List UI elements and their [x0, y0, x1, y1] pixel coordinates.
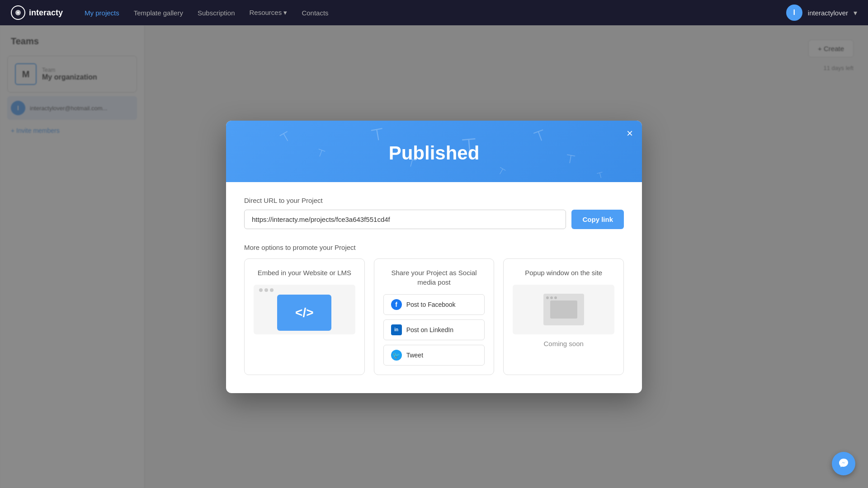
- linkedin-label: Post on LinkedIn: [406, 326, 453, 333]
- popup-inner-box: [550, 300, 577, 319]
- tweet-label: Tweet: [406, 352, 423, 359]
- post-linkedin-button[interactable]: in Post on LinkedIn: [383, 319, 485, 340]
- copy-link-button[interactable]: Copy link: [571, 210, 624, 229]
- code-symbol-box: </>: [277, 295, 331, 331]
- svg-point-2: [17, 12, 19, 14]
- modal-overlay: ⊤ ⊤ ⊤ ⊤ ⊤ ⊤ ⊤ ⊤ ⊤ × Published Direct URL…: [0, 25, 868, 488]
- coming-soon-label: Coming soon: [543, 340, 583, 347]
- embed-dot-2: [264, 288, 268, 292]
- messenger-bubble[interactable]: [832, 452, 855, 475]
- embed-wrapper: </>: [259, 288, 350, 331]
- deco-6: ⊤: [495, 164, 507, 178]
- modal-body: Direct URL to your Project Copy link Mor…: [226, 182, 642, 393]
- promo-cards-row: Embed in your Website or LMS </>: [244, 258, 624, 375]
- nav-user-area: I interactylover ▾: [786, 5, 857, 21]
- linkedin-icon: in: [391, 324, 402, 335]
- nav-template-gallery[interactable]: Template gallery: [134, 9, 183, 17]
- social-card-title: Share your Project as Social media post: [383, 268, 485, 287]
- embed-card: Embed in your Website or LMS </>: [244, 258, 365, 375]
- nav-resources[interactable]: Resources ▾: [250, 9, 288, 17]
- popup-dot-1: [546, 296, 549, 299]
- modal-title: Published: [244, 142, 624, 164]
- navbar: interacty My projects Template gallery S…: [0, 0, 868, 25]
- brand-name: interacty: [29, 8, 63, 18]
- tweet-button[interactable]: 🐦 Tweet: [383, 345, 485, 366]
- user-avatar: I: [786, 5, 802, 21]
- deco-9: ⊤: [595, 169, 605, 181]
- popup-dot-3: [554, 296, 557, 299]
- url-input[interactable]: [244, 210, 566, 229]
- facebook-icon: f: [391, 299, 402, 310]
- messenger-icon: [837, 457, 850, 470]
- popup-card-title: Popup window on the site: [525, 268, 602, 277]
- brand-logo[interactable]: interacty: [11, 5, 63, 20]
- user-dropdown-arrow[interactable]: ▾: [854, 9, 857, 17]
- popup-dots: [546, 296, 557, 299]
- embed-dot-3: [270, 288, 274, 292]
- url-row: Copy link: [244, 210, 624, 229]
- facebook-label: Post to Facebook: [406, 301, 456, 308]
- popup-card: Popup window on the site Coming soon: [503, 258, 624, 375]
- nav-subscription[interactable]: Subscription: [198, 9, 235, 17]
- modal-close-button[interactable]: ×: [627, 128, 633, 139]
- published-modal: ⊤ ⊤ ⊤ ⊤ ⊤ ⊤ ⊤ ⊤ ⊤ × Published Direct URL…: [226, 121, 642, 393]
- post-facebook-button[interactable]: f Post to Facebook: [383, 294, 485, 315]
- popup-preview: [513, 285, 614, 334]
- embed-card-title: Embed in your Website or LMS: [258, 268, 351, 277]
- nav-my-projects[interactable]: My projects: [85, 9, 119, 17]
- social-card: Share your Project as Social media post …: [374, 258, 495, 375]
- twitter-icon: 🐦: [391, 350, 402, 361]
- popup-inner: [543, 294, 584, 325]
- popup-dot-2: [550, 296, 553, 299]
- embed-preview: </>: [254, 285, 355, 334]
- embed-top-bar: [259, 288, 350, 292]
- url-section-label: Direct URL to your Project: [244, 197, 624, 204]
- username-label[interactable]: interactylover: [808, 9, 848, 17]
- promote-label: More options to promote your Project: [244, 244, 624, 251]
- modal-header: ⊤ ⊤ ⊤ ⊤ ⊤ ⊤ ⊤ ⊤ ⊤ × Published: [226, 121, 642, 182]
- nav-contacts[interactable]: Contacts: [302, 9, 328, 17]
- embed-dot-1: [259, 288, 263, 292]
